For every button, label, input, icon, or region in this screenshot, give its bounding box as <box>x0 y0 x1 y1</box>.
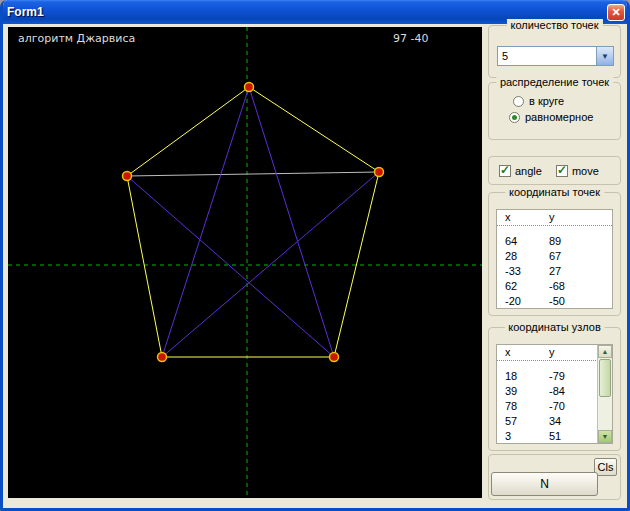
group-distribution-label: распределение точек <box>496 76 613 88</box>
close-icon[interactable]: ✕ <box>607 4 625 21</box>
scroll-up-icon[interactable]: ▲ <box>598 345 612 358</box>
diagonal-line <box>127 176 334 357</box>
coord-row[interactable]: 78-70 <box>497 399 612 414</box>
cursor-coordinates: 97 -40 <box>393 32 428 45</box>
vertex-point <box>123 172 132 181</box>
radio-icon[interactable] <box>509 112 520 123</box>
coord-row[interactable]: 62-68 <box>497 279 612 294</box>
group-nodes-coords-label: координаты узлов <box>504 321 604 333</box>
diagonal-line <box>249 87 334 357</box>
coord-row[interactable]: 6489 <box>497 234 612 249</box>
group-points-count: количество точек 5 ▼ <box>488 25 621 78</box>
checkbox-icon[interactable] <box>556 165 568 177</box>
vertex-point <box>158 353 167 362</box>
nodes-coords-rows: 18-7939-8478-705734351 <box>497 361 612 444</box>
hull-graph: алгоритм Джарвиса 97 -40 <box>8 27 482 498</box>
checkbox-angle-label: angle <box>515 165 542 177</box>
radio-uniform-label: равномерное <box>525 111 593 123</box>
coord-row[interactable]: 351 <box>497 429 612 444</box>
radio-uniform[interactable]: равномерное <box>509 111 620 123</box>
window-title: Form1 <box>7 5 44 19</box>
coord-row[interactable]: -3327 <box>497 264 612 279</box>
radio-icon[interactable] <box>513 96 524 107</box>
group-points-count-label: количество точек <box>506 19 602 31</box>
app-window: Form1 ✕ алгоритм Джарвиса 97 - <box>0 0 630 511</box>
chord-line <box>127 172 379 176</box>
coord-row[interactable]: 39-84 <box>497 384 612 399</box>
vertex-point <box>375 168 384 177</box>
chevron-down-icon[interactable]: ▼ <box>596 47 613 65</box>
vertical-scrollbar[interactable]: ▲ ▼ <box>597 345 612 443</box>
radio-in-circle-label: в круге <box>529 95 564 107</box>
list-header: x y <box>497 345 612 361</box>
coord-row[interactable]: -20-50 <box>497 294 612 309</box>
nodes-coords-list[interactable]: x y 18-7939-8478-705734351 ▲ ▼ <box>496 344 613 444</box>
coord-row[interactable]: 2867 <box>497 249 612 264</box>
vertex-point <box>245 83 254 92</box>
scroll-down-icon[interactable]: ▼ <box>598 430 612 443</box>
points-count-select[interactable]: 5 ▼ <box>497 46 614 66</box>
plot-canvas[interactable]: алгоритм Джарвиса 97 -40 <box>8 27 482 498</box>
checkbox-angle[interactable]: angle <box>499 165 542 177</box>
scrollbar-thumb[interactable] <box>599 359 611 397</box>
group-distribution: распределение точек в круге равномерное <box>488 82 621 140</box>
checkbox-move-label: move <box>572 165 599 177</box>
checkbox-move[interactable]: move <box>556 165 599 177</box>
convex-hull <box>127 87 379 357</box>
points-coords-list[interactable]: x y 64892867-332762-68-20-50 <box>496 209 613 309</box>
n-button[interactable]: N <box>491 472 598 496</box>
list-header: x y <box>497 210 612 226</box>
coord-row[interactable]: 5734 <box>497 414 612 429</box>
coord-row[interactable]: 18-79 <box>497 369 612 384</box>
group-points-coords-label: координаты точек <box>505 186 604 198</box>
vertex-point <box>330 353 339 362</box>
group-actions: Cls N <box>488 454 621 500</box>
group-toggles: angle move <box>488 156 621 185</box>
checkbox-icon[interactable] <box>499 165 511 177</box>
points-count-value: 5 <box>502 50 508 62</box>
algorithm-label: алгоритм Джарвиса <box>18 32 135 45</box>
points-coords-rows: 64892867-332762-68-20-50 <box>497 226 612 309</box>
group-nodes-coords: координаты узлов x y 18-7939-8478-705734… <box>488 327 621 451</box>
diagonal-line <box>162 87 249 357</box>
group-points-coords: координаты точек x y 64892867-332762-68-… <box>488 192 621 316</box>
radio-in-circle[interactable]: в круге <box>513 95 620 107</box>
